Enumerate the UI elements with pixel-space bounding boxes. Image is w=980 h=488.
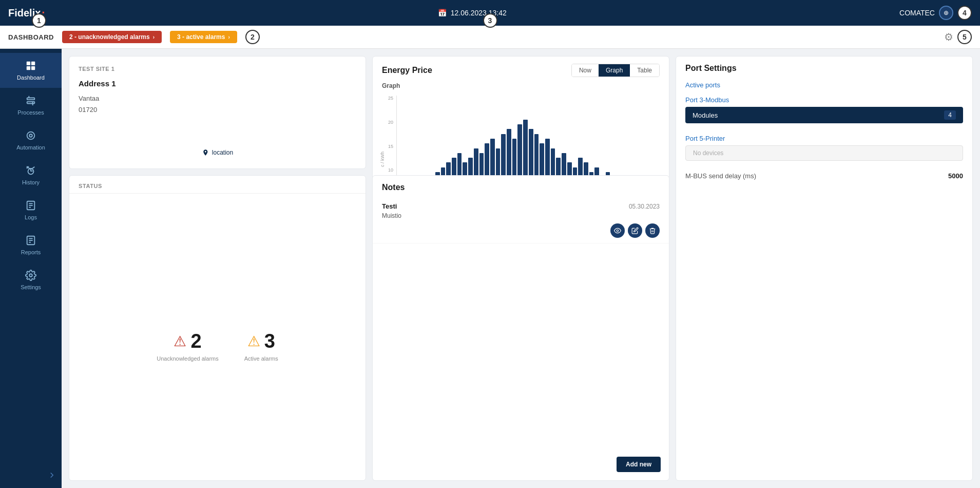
unacknowledged-alarm-label: Unacknowledged alarms	[157, 355, 218, 362]
active-ports-link[interactable]: Active ports	[676, 78, 972, 92]
location-icon	[202, 149, 209, 156]
sidebar-label-logs: Logs	[25, 214, 37, 220]
view-now-button[interactable]: Now	[572, 64, 599, 77]
topbar: Fidelix· 1 📅 12.06.2023 13:42 3 COMATEC …	[0, 0, 980, 26]
location-text: location	[212, 149, 233, 156]
svg-point-8	[29, 134, 32, 137]
add-note-button[interactable]: Add new	[617, 457, 661, 472]
port5-section: Port 5-Printer No devices	[676, 130, 972, 165]
delay-label: M-BUS send delay (ms)	[685, 172, 756, 180]
svg-rect-1	[31, 62, 35, 65]
red-alarm-icon: ⚠	[174, 333, 186, 350]
note-text: Muistio	[382, 212, 660, 219]
settings-icon	[25, 270, 36, 281]
alarm-arrow-icon-2: ›	[228, 34, 229, 40]
active-alarms-button[interactable]: 3 - active alarms ›	[170, 31, 237, 43]
alarm-arrow-icon: ›	[153, 34, 155, 40]
notes-panel: Notes Testi 05.30.2023 Muistio	[372, 175, 669, 481]
no-devices-label: No devices	[685, 145, 963, 161]
active-alarm-label: Active alarms	[244, 355, 278, 362]
port3-section: Port 3-Modbus Modules 4	[676, 92, 972, 130]
sidebar-item-logs[interactable]: Logs	[0, 193, 62, 228]
status-header: STATUS	[69, 176, 366, 194]
sidebar-item-history[interactable]: History	[0, 158, 62, 193]
edit-icon	[631, 227, 639, 234]
site-address: Vantaa 01720	[79, 93, 356, 116]
callout-4: 4	[957, 6, 972, 20]
modules-row: Modules 4	[685, 107, 963, 123]
sidebar-label-dashboard: Dashboard	[17, 74, 45, 81]
user-avatar[interactable]: ⊕	[939, 6, 953, 20]
username-text: COMATEC	[899, 9, 935, 17]
orange-alarm-icon: ⚠	[247, 333, 260, 350]
view-icon	[614, 227, 621, 234]
callout-1: 1	[32, 13, 46, 28]
svg-rect-5	[27, 102, 35, 104]
sidebar-label-settings: Settings	[21, 284, 41, 290]
sidebar-label-reports: Reports	[21, 249, 41, 255]
note-delete-button[interactable]	[645, 223, 660, 238]
notes-title: Notes	[373, 176, 669, 197]
port-panel: Port Settings Active ports Port 3-Modbus…	[676, 56, 973, 481]
sidebar-item-dashboard[interactable]: Dashboard	[0, 53, 62, 88]
note-date: 05.30.2023	[629, 203, 660, 210]
sidebar-label-history: History	[22, 179, 40, 185]
note-view-button[interactable]	[610, 223, 625, 238]
active-alarms-label: 3 - active alarms	[177, 33, 225, 41]
subbar: DASHBOARD 2 - unacknowledged alarms › 3 …	[0, 26, 980, 49]
automation-icon	[25, 130, 36, 141]
topbar-right: COMATEC ⊕ 4	[899, 6, 972, 20]
port5-title[interactable]: Port 5-Printer	[685, 135, 963, 142]
dashboard-icon	[25, 60, 36, 71]
view-toggle: Now Graph Table	[571, 64, 660, 77]
settings-gear-button[interactable]: ⚙	[944, 31, 953, 43]
history-icon	[25, 165, 36, 176]
site-location[interactable]: location	[202, 149, 233, 156]
sidebar-collapse[interactable]	[0, 465, 62, 480]
svg-point-20	[617, 230, 619, 232]
site-city: Vantaa	[79, 93, 356, 104]
reports-icon	[25, 235, 36, 246]
svg-point-9	[27, 132, 35, 140]
port-settings-title: Port Settings	[676, 57, 972, 78]
svg-rect-4	[27, 98, 35, 100]
view-table-button[interactable]: Table	[630, 64, 659, 77]
modules-count: 4	[944, 110, 956, 120]
sidebar-item-reports[interactable]: Reports	[0, 228, 62, 262]
sidebar-item-automation[interactable]: Automation	[0, 123, 62, 158]
unacknowledged-count: 2	[190, 330, 201, 352]
modules-label: Modules	[693, 111, 718, 119]
callout-5: 5	[957, 30, 972, 44]
calendar-icon: 📅	[438, 9, 447, 17]
sidebar-item-processes[interactable]: Processes	[0, 88, 62, 123]
port3-title[interactable]: Port 3-Modbus	[685, 96, 963, 104]
active-count: 3	[264, 330, 275, 352]
view-graph-button[interactable]: Graph	[599, 64, 630, 77]
energy-title: Energy Price	[382, 66, 432, 75]
graph-label: Graph	[373, 82, 669, 92]
sidebar-item-settings[interactable]: Settings	[0, 262, 62, 297]
svg-rect-2	[27, 66, 30, 70]
logs-icon	[25, 200, 36, 211]
note-edit-button[interactable]	[628, 223, 642, 238]
energy-header: Energy Price Now Graph Table	[373, 57, 669, 82]
content-area: TEST SITE 1 Address 1 Vantaa 01720 locat…	[62, 49, 980, 488]
delay-value: 5000	[948, 172, 963, 180]
site-address-title: Address 1	[79, 79, 356, 88]
svg-point-19	[29, 274, 32, 277]
site-zip: 01720	[79, 104, 356, 116]
svg-rect-0	[27, 62, 30, 65]
processes-icon	[25, 95, 36, 106]
unacknowledged-stat: ⚠ 2 Unacknowledged alarms	[157, 330, 218, 362]
status-panel: STATUS ⚠ 2 Unacknowledged alarms ⚠ 3 Act…	[69, 175, 366, 481]
status-content: ⚠ 2 Unacknowledged alarms ⚠ 3 Active ala…	[69, 194, 366, 481]
unacknowledged-alarms-button[interactable]: 2 - unacknowledged alarms ›	[62, 31, 162, 43]
callout-3: 3	[483, 13, 497, 28]
sidebar: Dashboard Processes Automation History L…	[0, 49, 62, 488]
site-panel: TEST SITE 1 Address 1 Vantaa 01720 locat…	[69, 56, 366, 169]
main-layout: Dashboard Processes Automation History L…	[0, 49, 980, 488]
callout-2: 2	[245, 30, 260, 44]
active-alarms-stat: ⚠ 3 Active alarms	[244, 330, 278, 362]
svg-rect-3	[31, 66, 35, 70]
note-author: Testi	[382, 202, 397, 210]
